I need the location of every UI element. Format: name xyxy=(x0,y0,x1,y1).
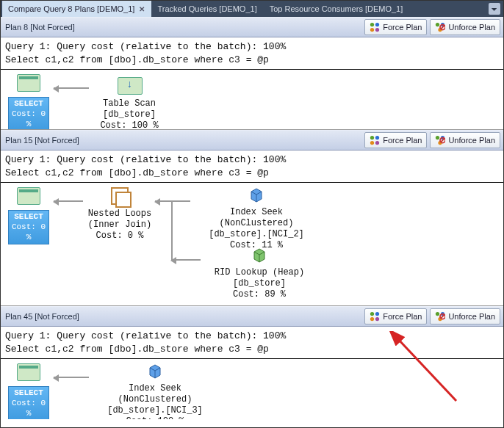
op-name: Index Seek (NonClustered) xyxy=(190,207,323,229)
op-sub: (Inner Join) xyxy=(83,220,156,231)
svg-point-24 xyxy=(370,317,374,321)
select-node[interactable]: SELECT Cost: 0 % xyxy=(8,363,49,419)
plan-arrow xyxy=(171,259,201,261)
op-name: Index Seek (NonClustered) xyxy=(89,383,221,405)
svg-point-4 xyxy=(436,23,439,26)
select-cost: Cost: 0 % xyxy=(9,399,48,419)
button-label: Unforce Plan xyxy=(448,136,495,145)
svg-point-3 xyxy=(375,28,379,32)
index-seek-node[interactable]: Index Seek (NonClustered) [db_store].[NC… xyxy=(89,363,221,419)
plan-8-canvas[interactable]: SELECT Cost: 0 % Table Scan [db_store] C… xyxy=(1,70,503,130)
svg-point-22 xyxy=(370,312,374,316)
table-icon xyxy=(17,363,40,381)
op-obj: [db_store].[NCI_2] xyxy=(190,229,323,240)
button-label: Force Plan xyxy=(383,136,422,145)
select-label: SELECT xyxy=(9,99,48,109)
plan-title: Plan 8 [Not Forced] xyxy=(5,23,361,32)
select-label: SELECT xyxy=(9,212,48,222)
force-plan-button[interactable]: Force Plan xyxy=(364,308,427,324)
op-name: RID Lookup (Heap) xyxy=(201,267,318,278)
op-cost: Cost: 0 % xyxy=(83,231,156,242)
svg-point-13 xyxy=(436,136,439,139)
query-text: Query 1: Query cost (relative to the bat… xyxy=(1,37,503,70)
force-plan-icon xyxy=(370,311,380,322)
index-seek-icon xyxy=(248,187,264,203)
nested-loops-node[interactable]: Nested Loops (Inner Join) Cost: 0 % xyxy=(83,187,156,242)
unforce-plan-button[interactable]: Unforce Plan xyxy=(430,19,500,35)
table-icon xyxy=(17,74,40,92)
svg-point-1 xyxy=(375,23,379,26)
plan-45-canvas[interactable]: SELECT Cost: 0 % Index Seek (NonClustere… xyxy=(1,359,503,419)
force-plan-button[interactable]: Force Plan xyxy=(364,132,427,148)
select-label: SELECT xyxy=(9,388,48,399)
force-plan-icon xyxy=(370,22,380,32)
svg-point-26 xyxy=(436,312,439,316)
op-cost: Cost: 100 % xyxy=(89,416,221,419)
plan-arrow xyxy=(54,377,89,378)
button-label: Unforce Plan xyxy=(448,312,495,321)
svg-point-23 xyxy=(375,312,379,316)
svg-point-25 xyxy=(375,317,379,321)
plan-15-section: Plan 15 [Not Forced] Force Plan Unforce … xyxy=(1,130,503,306)
svg-point-9 xyxy=(370,136,374,139)
op-obj: [db_store].[NCI_3] xyxy=(89,405,221,416)
unforce-plan-button[interactable]: Unforce Plan xyxy=(430,308,500,324)
index-seek-icon xyxy=(147,363,163,380)
plan-arrow xyxy=(171,200,173,259)
rid-lookup-node[interactable]: RID Lookup (Heap) [db_store] Cost: 89 % xyxy=(201,247,318,300)
button-label: Force Plan xyxy=(383,312,422,321)
plan-arrow xyxy=(54,87,89,89)
plan-arrow xyxy=(54,200,83,202)
unforce-plan-icon xyxy=(435,311,445,322)
plan-15-canvas[interactable]: SELECT Cost: 0 % Nested Loops (Inner Joi… xyxy=(1,183,503,306)
select-node[interactable]: SELECT Cost: 0 % xyxy=(8,187,49,244)
plan-title: Plan 45 [Not Forced] xyxy=(5,312,361,321)
select-node[interactable]: SELECT Cost: 0 % xyxy=(8,74,49,130)
select-cost: Cost: 0 % xyxy=(9,222,48,243)
plan-title: Plan 15 [Not Forced] xyxy=(5,136,361,145)
tabs-overflow-icon[interactable]: ⏷ xyxy=(489,3,500,15)
plan-8-section: Plan 8 [Not Forced] Force Plan Unforce P… xyxy=(1,17,503,130)
select-cost: Cost: 0 % xyxy=(9,109,48,130)
svg-point-12 xyxy=(375,141,379,145)
svg-point-0 xyxy=(370,23,374,26)
table-icon xyxy=(17,187,40,205)
op-obj: [db_store] xyxy=(89,109,170,120)
unforce-plan-icon xyxy=(435,135,445,145)
force-plan-button[interactable]: Force Plan xyxy=(364,19,427,35)
op-name: Nested Loops xyxy=(83,208,156,220)
tab-label: Compare Query 8 Plans [DEMO_1] xyxy=(8,4,134,13)
plan-45-section: Plan 45 [Not Forced] Force Plan Unforce … xyxy=(1,306,503,419)
plan-15-header: Plan 15 [Not Forced] Force Plan Unforce … xyxy=(1,130,503,150)
tab-label: Tracked Queries [DEMO_1] xyxy=(157,4,256,13)
rid-lookup-icon xyxy=(251,247,267,264)
tab-compare-plans[interactable]: Compare Query 8 Plans [DEMO_1] ✕ xyxy=(2,1,151,17)
plan-arrow xyxy=(155,200,190,202)
nested-loops-icon xyxy=(111,187,129,205)
unforce-plan-button[interactable]: Unforce Plan xyxy=(430,132,500,148)
tab-label: Top Resource Consumers [DEMO_1] xyxy=(270,4,403,13)
button-label: Force Plan xyxy=(383,23,422,32)
plan-45-header: Plan 45 [Not Forced] Force Plan Unforce … xyxy=(1,306,503,327)
op-name: Table Scan xyxy=(89,98,170,109)
plan-8-header: Plan 8 [Not Forced] Force Plan Unforce P… xyxy=(1,17,503,37)
index-seek-node[interactable]: Index Seek (NonClustered) [db_store].[NC… xyxy=(190,187,323,251)
query-text: Query 1: Query cost (relative to the bat… xyxy=(1,327,503,359)
tab-tracked-queries[interactable]: Tracked Queries [DEMO_1] xyxy=(151,1,263,17)
query-text: Query 1: Query cost (relative to the bat… xyxy=(1,150,503,183)
op-cost: Cost: 100 % xyxy=(89,120,170,130)
table-scan-node[interactable]: Table Scan [db_store] Cost: 100 % xyxy=(89,74,170,130)
op-obj: [db_store] xyxy=(201,278,318,289)
op-cost: Cost: 89 % xyxy=(201,289,318,300)
unforce-plan-icon xyxy=(435,22,445,32)
table-scan-icon xyxy=(118,74,141,95)
close-icon[interactable]: ✕ xyxy=(139,5,145,13)
svg-point-2 xyxy=(370,28,374,32)
button-label: Unforce Plan xyxy=(448,23,495,32)
svg-point-10 xyxy=(375,136,379,139)
svg-point-11 xyxy=(370,141,374,145)
tab-bar: Compare Query 8 Plans [DEMO_1] ✕ Tracked… xyxy=(1,1,503,17)
tab-top-consumers[interactable]: Top Resource Consumers [DEMO_1] xyxy=(264,1,410,17)
force-plan-icon xyxy=(370,135,380,145)
